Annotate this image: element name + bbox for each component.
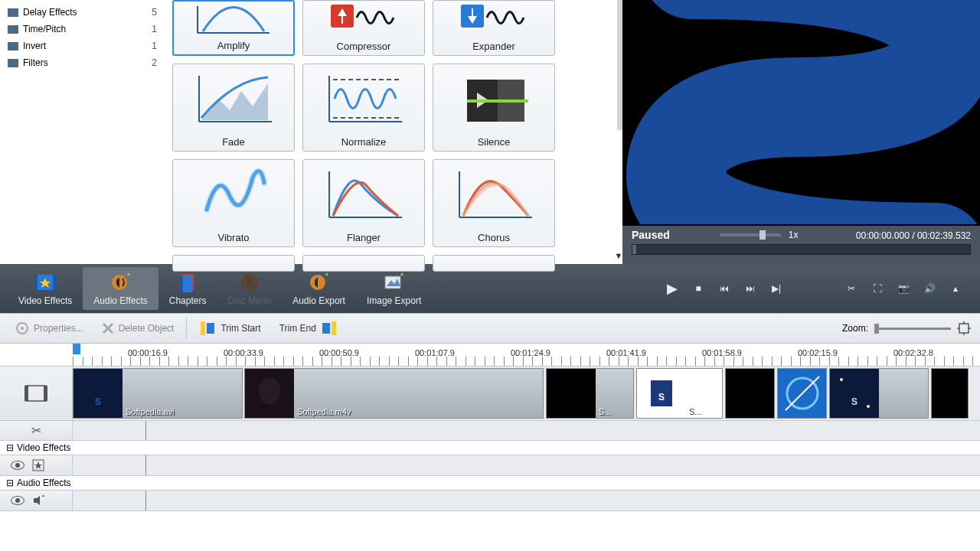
video-fx-header[interactable]: ⊟ Video Effects bbox=[0, 441, 980, 455]
effect-expander[interactable]: Expander bbox=[433, 0, 555, 56]
sidebar-item-label: Filters bbox=[23, 57, 48, 68]
trim-start-button[interactable]: Trim Start bbox=[193, 317, 266, 340]
effect-normalize[interactable]: Normalize bbox=[302, 64, 425, 152]
timeline-clip[interactable]: Softp... bbox=[931, 368, 969, 419]
properties-button[interactable]: Properties... bbox=[9, 318, 90, 338]
speed-slider[interactable] bbox=[720, 233, 781, 236]
svg-rect-23 bbox=[53, 275, 56, 290]
folder-icon bbox=[8, 42, 18, 51]
svg-rect-47 bbox=[959, 324, 969, 333]
eye-icon[interactable] bbox=[11, 496, 24, 505]
ruler-tick: 00:00:50.9 bbox=[319, 348, 359, 357]
effect-label: Silence bbox=[478, 133, 511, 151]
sidebar-item-invert[interactable]: Invert 1 bbox=[8, 37, 157, 54]
effect-vibrato[interactable]: Vibrato bbox=[172, 159, 295, 247]
timeline-ruler[interactable]: 00:00:16.900:00:33.900:00:50.900:01:07.9… bbox=[0, 344, 980, 367]
timeline-clip[interactable]: Softpedia.m4v bbox=[244, 368, 544, 419]
effect-amplify[interactable]: Amplify bbox=[172, 0, 295, 56]
audio-fx-body[interactable] bbox=[73, 491, 980, 510]
sidebar-item-count: 1 bbox=[152, 41, 157, 51]
snapshot-icon[interactable]: 📷 bbox=[896, 281, 911, 296]
collapse-icon[interactable]: ⊟ bbox=[6, 478, 14, 488]
zoom-label: Zoom: bbox=[842, 323, 868, 334]
effect-label: Amplify bbox=[217, 37, 250, 54]
audio-fx-track bbox=[0, 491, 980, 511]
video-track-body[interactable]: SSoftpedia.aviSoftpedia.m4vS...SS...SSof… bbox=[73, 367, 980, 420]
svg-marker-35 bbox=[325, 272, 328, 276]
ruler-tick: 00:01:24.9 bbox=[511, 348, 550, 357]
volume-icon[interactable]: 🔊 bbox=[922, 281, 937, 296]
sidebar-item-label: Invert bbox=[23, 41, 46, 51]
sidebar-item-delay[interactable]: Delay Effects 5 bbox=[8, 4, 157, 21]
progress-bar[interactable] bbox=[632, 244, 971, 255]
speaker-icon[interactable] bbox=[32, 494, 44, 507]
tab-disc-menu: Disc Menu bbox=[217, 267, 282, 310]
sidebar-item-filters[interactable]: Filters 2 bbox=[8, 54, 157, 71]
playhead[interactable] bbox=[73, 344, 80, 354]
tab-audio-export[interactable]: Audio Export bbox=[282, 267, 356, 310]
cut-icon[interactable]: ✂ bbox=[844, 281, 859, 296]
clip-thumbnail: S bbox=[637, 369, 686, 418]
svg-rect-46 bbox=[332, 321, 336, 335]
x-icon bbox=[102, 322, 114, 334]
preview-panel: Paused 1x 00:00:00.000 / 00:02:39.532 bbox=[622, 0, 980, 264]
zoom-fit-icon[interactable] bbox=[957, 321, 971, 335]
step-button[interactable]: ▶| bbox=[769, 281, 784, 296]
effect-label: Vibrato bbox=[218, 229, 250, 246]
svg-marker-27 bbox=[127, 272, 130, 276]
eye-icon[interactable] bbox=[11, 461, 24, 470]
svg-rect-63 bbox=[726, 368, 775, 419]
playback-status: Paused bbox=[632, 229, 670, 241]
svg-point-40 bbox=[21, 327, 24, 330]
prev-button[interactable]: ⏮ bbox=[717, 281, 732, 296]
svg-point-70 bbox=[867, 405, 870, 408]
svg-rect-22 bbox=[34, 275, 38, 290]
next-button[interactable]: ⏭ bbox=[743, 281, 758, 296]
effect-partial[interactable] bbox=[302, 255, 425, 272]
effect-silence[interactable]: Silence bbox=[433, 64, 555, 152]
sidebar-item-timepitch[interactable]: Time/Pitch 1 bbox=[8, 21, 157, 37]
effect-fade[interactable]: Fade bbox=[172, 64, 295, 152]
sidebar-item-count: 5 bbox=[152, 7, 157, 18]
trim-end-icon bbox=[321, 320, 338, 337]
expand-up-icon[interactable]: ▴ bbox=[948, 281, 963, 296]
delete-button[interactable]: Delete Object bbox=[96, 319, 181, 337]
effect-label: Fade bbox=[222, 133, 245, 151]
video-fx-body[interactable] bbox=[73, 455, 980, 475]
effect-partial[interactable] bbox=[172, 255, 295, 272]
cut-track-body[interactable] bbox=[73, 421, 980, 440]
svg-marker-75 bbox=[42, 494, 44, 497]
sidebar-item-count: 1 bbox=[152, 24, 157, 34]
svg-rect-55 bbox=[74, 368, 122, 419]
tab-chapters[interactable]: Chapters bbox=[158, 267, 217, 310]
fullscreen-icon[interactable]: ⛶ bbox=[870, 281, 885, 296]
tab-label: Image Export bbox=[367, 295, 421, 306]
effect-partial[interactable] bbox=[433, 255, 555, 272]
timeline-clip[interactable] bbox=[777, 368, 827, 419]
scrollbar[interactable] bbox=[617, 0, 622, 130]
zoom-slider[interactable] bbox=[874, 328, 951, 330]
play-button[interactable]: ▶ bbox=[665, 281, 680, 296]
tab-image-export[interactable]: Image Export bbox=[356, 267, 432, 310]
audio-fx-header[interactable]: ⊟ Audio Effects bbox=[0, 476, 980, 491]
effect-flanger[interactable]: Flanger bbox=[302, 159, 425, 247]
svg-point-69 bbox=[840, 378, 843, 381]
timeline-clip[interactable] bbox=[725, 368, 775, 419]
svg-text:S: S bbox=[95, 396, 101, 407]
trim-end-button[interactable]: Trim End bbox=[273, 317, 344, 340]
timeline-clip[interactable]: S... bbox=[546, 368, 634, 419]
collapse-icon[interactable]: ⊟ bbox=[6, 442, 14, 453]
sidebar-item-label: Delay Effects bbox=[23, 7, 77, 18]
stop-button[interactable]: ■ bbox=[691, 281, 706, 296]
timeline-clip[interactable]: SS... bbox=[636, 368, 723, 419]
timeline-clip[interactable]: S bbox=[829, 368, 929, 419]
effect-compressor[interactable]: Compressor bbox=[302, 0, 425, 56]
timeline-clip[interactable]: SSoftpedia.avi bbox=[73, 368, 243, 419]
tab-video-effects[interactable]: Video Effects bbox=[8, 267, 83, 310]
tab-audio-effects[interactable]: Audio Effects bbox=[83, 267, 158, 310]
effect-chorus[interactable]: Chorus bbox=[433, 159, 555, 247]
star-icon[interactable] bbox=[32, 459, 44, 471]
clip-thumbnail bbox=[547, 369, 596, 418]
effect-label: Expander bbox=[472, 37, 515, 55]
svg-marker-38 bbox=[400, 272, 403, 276]
